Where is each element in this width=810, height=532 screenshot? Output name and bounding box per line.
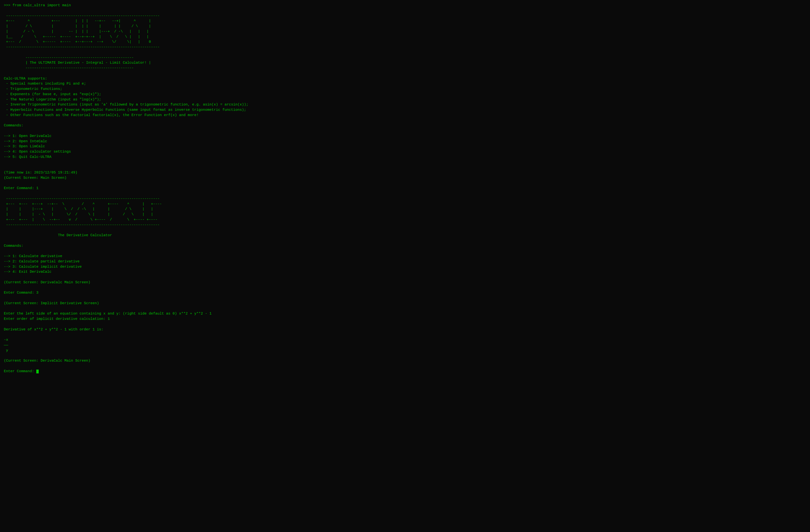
last-prompt-line: Enter Command: — [4, 369, 36, 373]
terminal-output: >>> from calc_ultra import main --------… — [4, 3, 806, 374]
cursor — [36, 369, 39, 373]
